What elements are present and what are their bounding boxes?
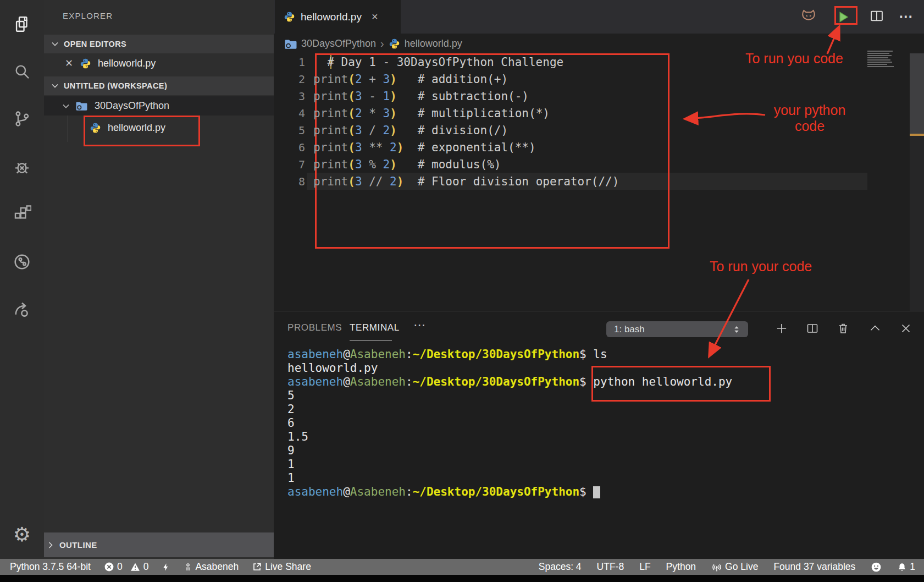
settings-gear-icon[interactable]: ⚙ bbox=[0, 519, 44, 550]
maximize-panel-icon[interactable] bbox=[867, 320, 883, 337]
python-file-icon bbox=[90, 122, 101, 134]
smiley-icon bbox=[871, 562, 882, 573]
line-number: 1 bbox=[274, 56, 305, 69]
breadcrumb-folder[interactable]: 30DaysOfPython bbox=[301, 38, 376, 50]
terminal-output-line: 1 bbox=[287, 458, 732, 471]
editor-scrollbar[interactable] bbox=[910, 53, 924, 311]
warning-icon bbox=[130, 562, 141, 572]
editor-tab-bar: helloworld.py × ⋯ bbox=[274, 0, 924, 34]
terminal-output-line: helloworld.py bbox=[287, 361, 732, 375]
status-feedback[interactable] bbox=[871, 562, 882, 573]
run-button[interactable] bbox=[832, 10, 855, 24]
status-user[interactable]: Asabeneh bbox=[184, 561, 239, 573]
bottom-panel: PROBLEMS TERMINAL ⋯ 1: bash asabeneh@Asa… bbox=[274, 311, 924, 559]
folder-label: 30DaysOfPython bbox=[95, 100, 169, 112]
status-indentation[interactable]: Spaces: 4 bbox=[539, 561, 582, 573]
status-live-share[interactable]: Live Share bbox=[252, 561, 311, 573]
terminal-shell-select[interactable]: 1: bash bbox=[606, 321, 748, 337]
bell-icon bbox=[897, 562, 907, 573]
explorer-icon[interactable] bbox=[0, 9, 44, 40]
debug-icon[interactable] bbox=[0, 152, 44, 183]
terminal-output-line: 1.5 bbox=[287, 430, 732, 444]
folder-row-30daysofpython[interactable]: 30DaysOfPython bbox=[44, 96, 274, 116]
feedback-icon[interactable] bbox=[0, 294, 44, 325]
minimap[interactable] bbox=[867, 51, 895, 66]
outline-section-header[interactable]: OUTLINE bbox=[44, 532, 274, 557]
status-bar: Python 3.7.5 64-bit 0 0 Asabeneh Live Sh… bbox=[0, 559, 924, 575]
kill-terminal-icon[interactable] bbox=[835, 320, 851, 337]
code-text: print(3 // 2) # Floor division operator(… bbox=[305, 175, 619, 188]
code-editor[interactable]: 1 # Day 1 - 30DaysOfPython Challenge2pri… bbox=[274, 53, 924, 190]
line-number: 6 bbox=[274, 141, 305, 154]
editor-actions: ⋯ bbox=[800, 0, 914, 34]
new-terminal-icon[interactable] bbox=[773, 320, 790, 337]
scrollbar-thumb[interactable] bbox=[910, 53, 924, 135]
status-eol[interactable]: LF bbox=[639, 561, 650, 573]
extensions-icon[interactable] bbox=[0, 199, 44, 230]
terminal-output[interactable]: asabeneh@Asabeneh:~/Desktop/30DaysOfPyth… bbox=[287, 348, 732, 499]
cat-icon[interactable] bbox=[800, 8, 817, 26]
code-text: print(2 + 3) # addition(+) bbox=[305, 73, 508, 86]
workspace-section-header[interactable]: UNTITLED (WORKSPACE) bbox=[44, 76, 274, 95]
status-encoding[interactable]: UTF-8 bbox=[597, 561, 624, 573]
chevron-down-icon bbox=[51, 81, 59, 90]
tab-problems[interactable]: PROBLEMS bbox=[287, 322, 342, 333]
status-python-version[interactable]: Python 3.7.5 64-bit bbox=[10, 561, 91, 573]
terminal-prompt-line: asabeneh@Asabeneh:~/Desktop/30DaysOfPyth… bbox=[287, 348, 732, 361]
open-editors-section-header[interactable]: OPEN EDITORS bbox=[44, 35, 274, 53]
terminal-prompt-line: asabeneh@Asabeneh:~/Desktop/30DaysOfPyth… bbox=[287, 375, 732, 389]
bottom-black-strip bbox=[0, 575, 924, 582]
file-row-helloworld[interactable]: helloworld.py bbox=[44, 117, 274, 139]
tab-label: helloworld.py bbox=[301, 11, 362, 23]
error-icon bbox=[104, 562, 114, 572]
explorer-sidebar: EXPLORER OPEN EDITORS ✕ helloworld.py UN… bbox=[44, 0, 274, 559]
code-line[interactable]: 4print(2 * 3) # multiplication(*) bbox=[274, 105, 924, 122]
close-panel-icon[interactable] bbox=[898, 320, 914, 337]
panel-more-icon[interactable]: ⋯ bbox=[413, 318, 427, 332]
status-variables[interactable]: Found 37 variables bbox=[773, 561, 855, 573]
status-language[interactable]: Python bbox=[666, 561, 696, 573]
code-line[interactable]: 5print(3 / 2) # division(/) bbox=[274, 122, 924, 139]
vscode-window: ⚙ EXPLORER OPEN EDITORS ✕ helloworld.py … bbox=[0, 0, 924, 582]
person-icon bbox=[184, 562, 192, 573]
line-number: 7 bbox=[274, 158, 305, 171]
tab-terminal[interactable]: TERMINAL bbox=[350, 322, 400, 333]
code-line[interactable]: 8print(3 // 2) # Floor division operator… bbox=[274, 173, 924, 190]
code-line[interactable]: 3print(3 - 1) # subtraction(-) bbox=[274, 87, 924, 105]
search-icon[interactable] bbox=[0, 56, 44, 87]
code-line[interactable]: 2print(2 + 3) # addition(+) bbox=[274, 70, 924, 87]
line-number: 4 bbox=[274, 107, 305, 120]
tab-helloworld[interactable]: helloworld.py × bbox=[275, 0, 401, 34]
code-text: # Day 1 - 30DaysOfPython Challenge bbox=[305, 56, 563, 69]
split-editor-icon[interactable] bbox=[869, 8, 884, 26]
close-icon[interactable]: ✕ bbox=[65, 57, 73, 69]
status-notifications[interactable]: 1 bbox=[897, 561, 915, 573]
code-text: print(3 / 2) # division(/) bbox=[305, 124, 508, 137]
code-text: print(3 ** 2) # exponential(**) bbox=[305, 141, 536, 154]
status-problems[interactable]: 0 0 bbox=[104, 561, 148, 573]
open-editor-file-label: helloworld.py bbox=[98, 58, 156, 69]
terminal-output-line: 9 bbox=[287, 444, 732, 458]
code-line[interactable]: 1 # Day 1 - 30DaysOfPython Challenge bbox=[274, 53, 924, 70]
open-editor-item[interactable]: ✕ helloworld.py bbox=[44, 53, 274, 73]
editor-group[interactable]: helloworld.py × ⋯ 30DaysOfPython bbox=[274, 0, 924, 311]
status-bolt[interactable] bbox=[162, 562, 170, 573]
tab-close-icon[interactable]: × bbox=[372, 10, 378, 23]
split-terminal-icon[interactable] bbox=[804, 320, 821, 337]
chevron-right-icon bbox=[46, 541, 55, 550]
terminal-output-line: 2 bbox=[287, 403, 732, 416]
terminal-cursor bbox=[593, 486, 600, 498]
line-number: 5 bbox=[274, 124, 305, 137]
python-file-icon bbox=[284, 11, 295, 23]
live-share-icon bbox=[252, 562, 262, 572]
breadcrumb-file[interactable]: helloworld.py bbox=[405, 38, 462, 50]
more-actions-icon[interactable]: ⋯ bbox=[899, 8, 914, 25]
status-go-live[interactable]: Go Live bbox=[711, 561, 758, 573]
code-text: print(3 % 2) # modulus(%) bbox=[305, 158, 501, 171]
source-control-icon[interactable] bbox=[0, 103, 44, 134]
code-text: print(2 * 3) # multiplication(*) bbox=[305, 107, 550, 120]
code-line[interactable]: 7print(3 % 2) # modulus(%) bbox=[274, 156, 924, 173]
python-file-icon bbox=[389, 38, 400, 50]
live-share-icon[interactable] bbox=[0, 246, 44, 277]
code-line[interactable]: 6print(3 ** 2) # exponential(**) bbox=[274, 139, 924, 156]
